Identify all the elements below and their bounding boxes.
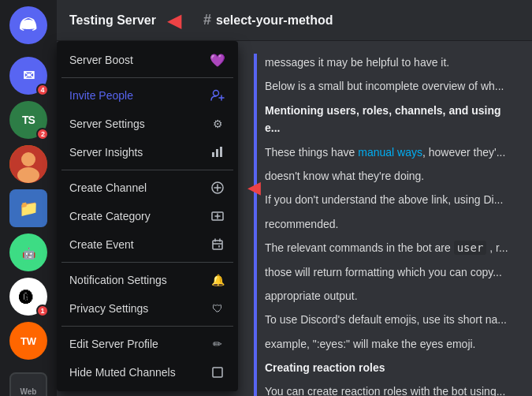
context-menu: Server Boost 💜 Invite People Se	[57, 41, 238, 391]
manual-link[interactable]: manual ways	[358, 146, 422, 159]
svg-rect-11	[220, 147, 222, 157]
menu-item-create-channel[interactable]: Create Channel ◀	[61, 174, 233, 202]
svg-rect-9	[212, 152, 214, 157]
notification-settings-icon: 🔔	[210, 272, 225, 288]
server-insights-icon	[210, 144, 225, 160]
chat-line-4: These things have manual ways, however t…	[265, 144, 516, 161]
sidebar-item-web[interactable]: Web	[9, 372, 47, 396]
chat-line-7: recommended.	[265, 215, 516, 233]
menu-divider-1	[61, 77, 233, 78]
menu-item-server-boost[interactable]: Server Boost 💜	[61, 46, 233, 74]
menu-item-create-category[interactable]: Create Category	[61, 202, 233, 230]
menu-item-hide-muted-channels[interactable]: Hide Muted Channels	[61, 358, 233, 387]
create-event-icon	[210, 237, 225, 252]
chat-line-10: appropriate output.	[265, 287, 516, 304]
sidebar-item-google[interactable]: 🅖 1	[9, 278, 47, 316]
chat-line-9: those will return formatting which you c…	[265, 263, 516, 281]
server-boost-icon: 💜	[210, 52, 225, 68]
svg-point-2	[17, 167, 39, 183]
sidebar-item-avatar[interactable]	[9, 145, 47, 183]
main-area: Testing Server ◀ # select-your-method Se…	[57, 0, 532, 396]
notification-badge-ts: 2	[36, 128, 49, 140]
server-name[interactable]: Testing Server	[69, 13, 156, 28]
chat-line-1: messages it may be helpful to have it.	[265, 54, 516, 71]
hide-muted-channels-label: Hide Muted Channels	[69, 366, 176, 379]
sidebar-item-discord-home[interactable]	[9, 6, 47, 44]
sidebar-item-ts[interactable]: TS 2	[9, 101, 47, 139]
svg-rect-24	[213, 368, 222, 377]
menu-item-server-settings[interactable]: Server Settings ⚙	[61, 110, 233, 138]
privacy-settings-icon: 🛡	[210, 301, 225, 316]
svg-text:🅖: 🅖	[19, 290, 33, 306]
hide-muted-channels-icon	[210, 364, 225, 380]
menu-divider-2	[61, 170, 233, 170]
menu-divider-3	[61, 262, 233, 263]
chat-line-6: If you don't understand the above link, …	[265, 191, 516, 208]
menu-item-notification-settings[interactable]: Notification Settings 🔔	[61, 266, 233, 294]
chat-line-5: doesn't know what they're doing.	[265, 167, 516, 185]
edit-server-profile-icon: ✏	[210, 336, 225, 352]
menu-divider-4	[61, 326, 233, 327]
svg-text:🤖: 🤖	[22, 247, 36, 260]
edit-server-profile-label: Edit Server Profile	[69, 338, 158, 350]
chat-line-3: Mentioning users, roles, channels, and u…	[265, 102, 516, 137]
sidebar-item-tw[interactable]: TW	[9, 322, 47, 360]
server-sidebar: ✉ 4 TS 2 📁 🤖 🅖 1 TW Web	[0, 0, 57, 396]
create-channel-arrow: ◀	[247, 177, 261, 198]
create-category-label: Create Category	[69, 210, 151, 222]
server-boost-label: Server Boost	[69, 54, 133, 66]
privacy-settings-label: Privacy Settings	[69, 302, 148, 315]
sidebar-item-android[interactable]: 🤖	[9, 233, 47, 271]
chat-line-11: To use Discord's default emojis, use its…	[265, 311, 516, 328]
notification-badge-google: 1	[36, 304, 49, 317]
invite-people-icon	[210, 88, 225, 103]
chat-heading-reaction-roles: Creating reaction roles	[265, 359, 516, 376]
server-name-arrow: ◀	[167, 9, 181, 32]
notification-settings-label: Notification Settings	[69, 274, 167, 286]
sidebar-item-mail[interactable]: ✉ 4	[9, 57, 47, 95]
svg-rect-10	[216, 149, 218, 157]
svg-rect-18	[213, 241, 222, 249]
invite-people-label: Invite People	[69, 89, 133, 102]
notification-badge-mail: 4	[36, 84, 49, 96]
channel-name: select-your-method	[216, 13, 333, 28]
server-settings-icon: ⚙	[210, 116, 225, 132]
create-channel-label: Create Channel	[69, 181, 147, 194]
header-bar: Testing Server ◀ # select-your-method	[57, 0, 532, 41]
menu-item-create-event[interactable]: Create Event	[61, 230, 233, 259]
chat-line-2: Below is a small but incomplete overview…	[265, 77, 516, 95]
create-event-label: Create Event	[69, 238, 134, 251]
server-insights-label: Server Insights	[69, 146, 143, 159]
menu-item-edit-server-profile[interactable]: Edit Server Profile ✏	[61, 330, 233, 358]
chat-area: messages it may be helpful to have it. B…	[238, 41, 532, 396]
svg-point-6	[214, 91, 219, 96]
menu-item-server-insights[interactable]: Server Insights	[61, 138, 233, 166]
chat-line-8: The relevant commands in the bot are use…	[265, 239, 516, 256]
menu-item-privacy-settings[interactable]: Privacy Settings 🛡	[61, 294, 233, 323]
menu-item-invite-people[interactable]: Invite People	[61, 81, 233, 110]
create-channel-icon	[210, 180, 225, 196]
create-category-icon	[210, 208, 225, 224]
server-settings-label: Server Settings	[69, 118, 145, 130]
chat-line-13: You can create reaction roles with the b…	[265, 383, 516, 396]
channel-hash-icon: #	[203, 12, 211, 28]
sidebar-item-blue[interactable]: 📁	[9, 189, 47, 227]
svg-point-1	[21, 152, 35, 166]
channel-header: # select-your-method	[203, 12, 333, 28]
chat-line-12: example, ":eyes:" will make the eyes emo…	[265, 335, 516, 353]
